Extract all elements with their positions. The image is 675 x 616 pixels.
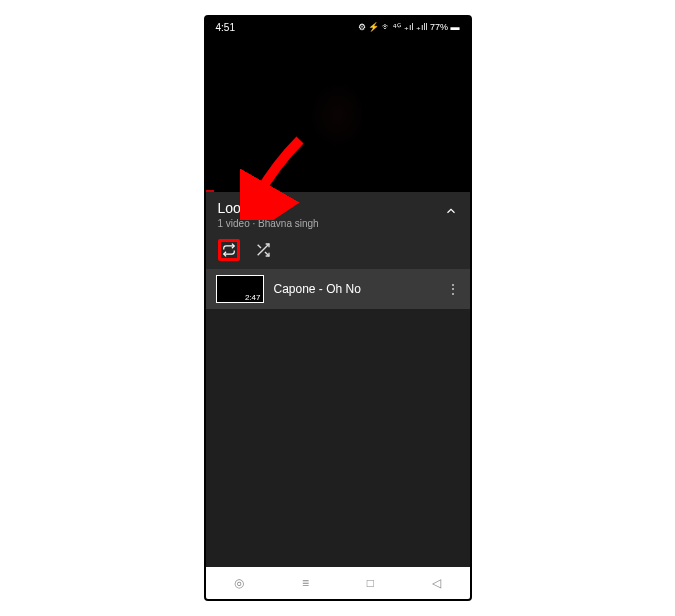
progress-bar[interactable] — [206, 190, 214, 192]
playlist-title: Loop — [218, 200, 319, 216]
chevron-up-icon[interactable] — [444, 200, 458, 221]
track-thumbnail: 2:47 — [216, 275, 264, 303]
nav-home[interactable]: □ — [367, 576, 374, 590]
svg-line-2 — [257, 245, 260, 248]
empty-area — [206, 309, 470, 567]
status-indicators: ⚙ ⚡ ᯤ ⁴ᴳ ₊ıl ₊ıll 77% ▬ — [358, 22, 460, 32]
video-artwork — [308, 80, 368, 150]
nav-menu[interactable]: ≡ — [302, 576, 309, 590]
track-row[interactable]: 2:47 Capone - Oh No ⋮ — [206, 269, 470, 309]
nav-recent[interactable]: ◎ — [234, 576, 244, 590]
more-options-icon[interactable]: ⋮ — [446, 282, 460, 296]
playlist-subtitle: 1 video · Bhavna singh — [218, 218, 319, 229]
status-time: 4:51 — [216, 22, 235, 33]
loop-button[interactable] — [218, 239, 240, 261]
status-bar: 4:51 ⚙ ⚡ ᯤ ⁴ᴳ ₊ıl ₊ıll 77% ▬ — [206, 17, 470, 37]
playlist-info: Loop 1 video · Bhavna singh — [218, 200, 319, 229]
navigation-bar: ◎ ≡ □ ◁ — [206, 567, 470, 599]
playlist-header[interactable]: Loop 1 video · Bhavna singh — [206, 192, 470, 235]
track-title: Capone - Oh No — [274, 282, 436, 296]
shuffle-button[interactable] — [252, 239, 274, 261]
playlist-controls — [206, 235, 470, 269]
track-duration: 2:47 — [243, 293, 263, 302]
nav-back[interactable]: ◁ — [432, 576, 441, 590]
phone-frame: 4:51 ⚙ ⚡ ᯤ ⁴ᴳ ₊ıl ₊ıll 77% ▬ Loop 1 vide… — [204, 15, 472, 601]
video-player[interactable] — [206, 37, 470, 192]
